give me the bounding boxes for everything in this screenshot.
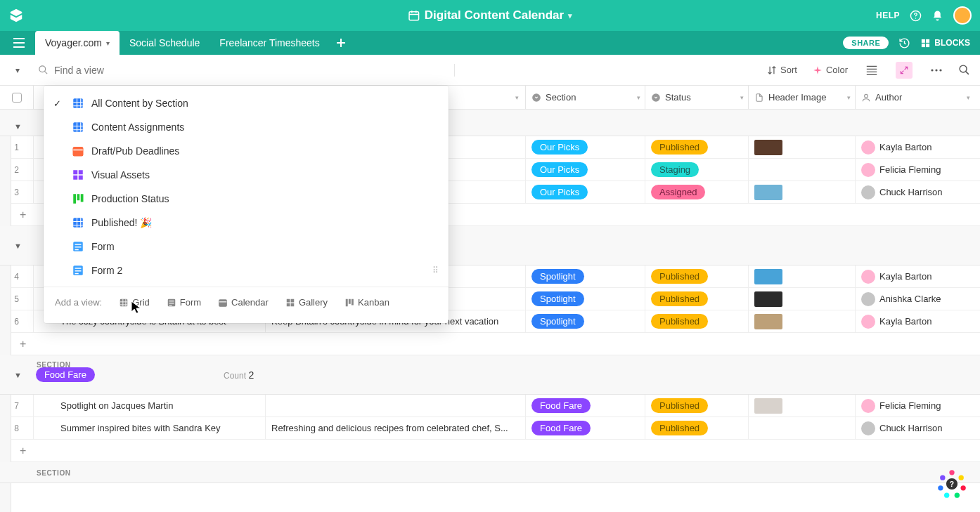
base-menu-caret-icon[interactable]: ▾: [568, 11, 572, 20]
avatar: [861, 399, 875, 413]
svg-rect-23: [81, 194, 84, 202]
column-header-image[interactable]: Header Image▾: [749, 86, 856, 109]
grid-icon: [72, 216, 84, 229]
view-switcher-panel: ✓All Content by SectionContent Assignmen…: [44, 86, 449, 323]
more-options-icon[interactable]: [928, 62, 945, 79]
add-view-form[interactable]: Form: [167, 297, 201, 308]
svg-rect-19: [73, 176, 77, 180]
form-icon: [72, 240, 84, 253]
help-link[interactable]: HELP: [876, 11, 900, 20]
base-title[interactable]: Digital Content Calendar: [425, 8, 564, 22]
section-group-label: SECTION: [37, 361, 71, 369]
tab-social-schedule[interactable]: Social Schedule: [120, 31, 209, 55]
add-view-calendar[interactable]: Calendar: [218, 297, 269, 308]
group-collapse-toggle[interactable]: ▼: [14, 122, 22, 131]
add-view-kanban[interactable]: Kanban: [344, 297, 389, 308]
add-row-button[interactable]: +: [0, 440, 980, 462]
search-records-icon[interactable]: [958, 64, 970, 76]
avatar: [861, 163, 875, 177]
svg-point-8: [935, 69, 937, 71]
help-fab[interactable]: ?: [936, 468, 967, 499]
svg-point-37: [949, 470, 954, 475]
svg-rect-30: [287, 298, 290, 302]
blocks-button[interactable]: BLOCKS: [920, 38, 970, 48]
svg-point-13: [865, 94, 868, 98]
tab-freelancer-timesheets[interactable]: Freelancer Timesheets: [209, 31, 329, 55]
svg-rect-20: [79, 176, 83, 180]
svg-rect-2: [922, 39, 925, 42]
avatar: [861, 270, 875, 284]
view-item-draft-pub-deadlines[interactable]: Draft/Pub Deadlines: [44, 139, 449, 163]
sort-button[interactable]: Sort: [767, 65, 797, 75]
svg-rect-27: [120, 298, 128, 306]
svg-rect-0: [409, 12, 419, 20]
view-item-form-2[interactable]: Form 2⠿: [44, 258, 449, 282]
row-height-icon[interactable]: [863, 62, 880, 79]
avatar: [861, 421, 875, 435]
search-icon: [38, 65, 49, 75]
calendar-icon: [408, 9, 420, 22]
user-avatar[interactable]: [953, 6, 972, 25]
tab-voyager-com[interactable]: Voyager.com▾: [35, 31, 120, 55]
select-all-checkbox[interactable]: [12, 93, 22, 103]
view-item-visual-assets[interactable]: Visual Assets: [44, 163, 449, 187]
avatar: [861, 315, 875, 329]
share-button[interactable]: SHARE: [843, 37, 889, 49]
svg-rect-18: [79, 170, 83, 174]
svg-rect-5: [926, 44, 929, 47]
help-icon[interactable]: [910, 10, 922, 22]
view-item-published-[interactable]: Published! 🎉: [44, 211, 449, 235]
svg-point-39: [960, 485, 965, 490]
svg-rect-34: [346, 298, 348, 306]
svg-point-7: [931, 69, 933, 71]
app-logo-icon[interactable]: [8, 8, 24, 23]
color-button[interactable]: Color: [813, 65, 848, 75]
history-icon[interactable]: [898, 37, 910, 49]
svg-point-10: [960, 65, 967, 72]
kanban-icon: [72, 192, 84, 205]
view-item-production-status[interactable]: Production Status: [44, 187, 449, 211]
sidebar-toggle-icon[interactable]: [13, 38, 28, 48]
svg-point-43: [940, 475, 945, 480]
svg-text:?: ?: [950, 480, 954, 488]
svg-rect-21: [73, 194, 76, 204]
svg-rect-22: [77, 194, 80, 200]
add-view-label: Add a view:: [55, 297, 102, 308]
table-row[interactable]: 8 Summer inspired bites with Sandra Key …: [0, 417, 980, 440]
avatar: [861, 292, 875, 306]
group-collapse-toggle[interactable]: ▼: [14, 371, 22, 379]
cursor-icon: [131, 301, 142, 315]
notifications-icon[interactable]: [931, 10, 943, 22]
svg-point-38: [959, 475, 964, 480]
avatar: [861, 185, 875, 199]
add-row-button[interactable]: +: [0, 333, 980, 355]
table-row[interactable]: 7 Spotlight on Jacques Martin Food Fare …: [0, 395, 980, 417]
svg-point-40: [955, 492, 960, 497]
view-item-all-content-by-section[interactable]: ✓All Content by Section: [44, 91, 449, 115]
drag-handle-icon[interactable]: ⠿: [432, 265, 440, 275]
add-view-gallery[interactable]: Gallery: [285, 297, 328, 308]
group-pill: Food Fare: [36, 367, 95, 382]
expand-view-icon[interactable]: [896, 62, 913, 79]
svg-rect-31: [290, 298, 294, 302]
svg-rect-24: [73, 218, 83, 228]
gallery-icon: [72, 169, 84, 181]
column-section[interactable]: Section▾: [526, 86, 645, 109]
svg-rect-4: [922, 44, 925, 47]
grid-icon: [72, 121, 84, 133]
svg-rect-3: [926, 39, 929, 42]
svg-rect-36: [352, 298, 354, 305]
grid-icon: [72, 97, 84, 110]
group-count: Count 2: [224, 369, 254, 381]
column-status[interactable]: Status▾: [645, 86, 749, 109]
view-item-form[interactable]: Form: [44, 235, 449, 258]
view-search-input[interactable]: [54, 65, 160, 76]
view-item-content-assignments[interactable]: Content Assignments: [44, 115, 449, 139]
add-table-button[interactable]: [334, 36, 348, 50]
group-collapse-toggle[interactable]: ▼: [14, 242, 22, 250]
column-author[interactable]: Author▾: [856, 86, 980, 109]
section-group-label: SECTION: [37, 469, 71, 477]
view-dropdown-toggle[interactable]: ▾: [0, 65, 35, 75]
svg-rect-17: [73, 170, 77, 174]
column-menu-icon[interactable]: ▾: [515, 94, 519, 101]
